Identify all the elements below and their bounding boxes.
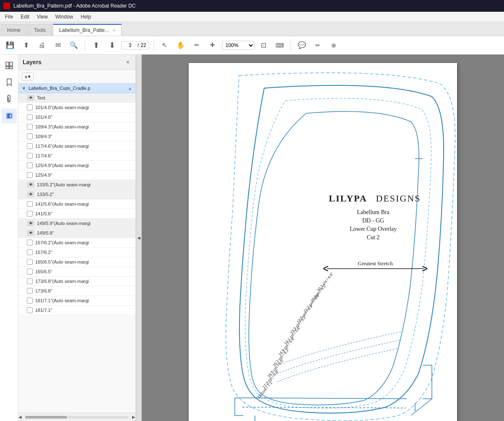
layer-checkbox[interactable] (27, 278, 33, 284)
layers-close-button[interactable]: × (125, 58, 131, 66)
menu-edit[interactable]: Edit (17, 13, 33, 21)
select-tool-button[interactable]: ↖ (158, 39, 171, 52)
layer-checkbox[interactable] (27, 172, 33, 178)
toolbar: 💾 ⬆ 🖨 ✉ 🔍 ⬆ ⬇ / 22 ↖ ✋ − + 100% 75% 125%… (0, 36, 504, 55)
layer-item[interactable]: 109/4.3" (18, 132, 135, 141)
layer-item[interactable]: 165/6.5" (18, 267, 135, 277)
layer-eye-icon[interactable]: 👁 (27, 220, 34, 226)
layer-checkbox[interactable] (27, 249, 33, 255)
layer-checkbox[interactable] (27, 133, 33, 139)
layer-checkbox[interactable] (27, 162, 33, 168)
layer-item-special[interactable]: 👁 133/5.2" (18, 190, 135, 199)
layer-item[interactable]: 125/4.9" (18, 170, 135, 180)
scroll-track (25, 416, 129, 418)
highlight-button[interactable]: ✏ (311, 39, 325, 52)
pdf-viewer[interactable]: LILYPA DESIGNS Labellum Bra DD - GG Lowe… (142, 55, 504, 421)
layer-item[interactable]: 173/6.8" (18, 286, 135, 296)
tab-home[interactable]: Home (1, 24, 27, 36)
layers-options-button[interactable]: ≡ ▾ (22, 73, 34, 81)
scroll-down-button[interactable]: ⬇ (105, 39, 119, 52)
save-button[interactable]: 💾 (3, 39, 17, 52)
zoom-out-button[interactable]: − (190, 39, 203, 52)
layer-checkbox[interactable] (27, 153, 33, 159)
zoom-in-button[interactable]: + (206, 39, 219, 52)
layer-checkbox[interactable] (27, 105, 33, 110)
scroll-left-button[interactable]: ◀ (18, 415, 22, 419)
tab-document[interactable]: Labellum_Bra_Patte... × (53, 24, 122, 36)
layer-checkbox[interactable] (27, 288, 33, 294)
bookmarks-button[interactable] (2, 75, 17, 90)
layer-item-text[interactable]: 👁 Text (18, 93, 135, 103)
read-button[interactable]: ⌨ (273, 39, 286, 52)
search-button[interactable]: 🔍 (67, 39, 81, 52)
layers-button[interactable] (2, 108, 17, 123)
layer-checkbox[interactable] (27, 259, 33, 265)
layer-checkbox[interactable] (27, 298, 33, 303)
layer-checkbox[interactable] (27, 201, 33, 207)
page-input[interactable] (124, 42, 136, 48)
menu-help[interactable]: Help (78, 13, 95, 21)
menu-view[interactable]: View (34, 13, 51, 21)
email-button[interactable]: ✉ (51, 39, 65, 52)
layer-checkbox[interactable] (27, 307, 33, 313)
layer-checkbox[interactable] (27, 240, 33, 246)
tab-close-icon[interactable]: × (113, 28, 115, 33)
layer-group-header[interactable]: ▼ Labellum_Bra_Cups_Cradle.p ▲ (18, 84, 135, 93)
layer-item[interactable]: 157/6.2"(Auto seam-margi (18, 238, 135, 248)
layer-item-special[interactable]: 👁 133/5.2"(Auto seam-margi (18, 180, 135, 190)
comment-button[interactable]: 💬 (295, 39, 309, 52)
page-navigation: / 22 (121, 41, 149, 50)
layer-item[interactable]: 117/4.6" (18, 151, 135, 161)
layer-checkbox[interactable] (27, 211, 33, 217)
layer-item[interactable]: 125/4.9"(Auto seam-margi (18, 161, 135, 170)
zoom-select[interactable]: 100% 75% 125% 150% 200% Fit Page Fit Wid… (222, 41, 255, 50)
layer-checkbox[interactable] (27, 124, 33, 130)
layer-eye-icon[interactable]: 👁 (27, 95, 34, 101)
svg-rect-1 (10, 62, 13, 66)
layer-name: 117/4.6"(Auto seam-margi (35, 144, 89, 149)
layer-eye-icon[interactable]: 👁 (27, 230, 34, 236)
pdf-content-svg: LILYPA DESIGNS Labellum Bra DD - GG Lowe… (189, 63, 457, 421)
layer-eye-icon[interactable]: 👁 (27, 191, 34, 197)
menu-window[interactable]: Window (52, 13, 77, 21)
attachments-button[interactable] (2, 92, 17, 107)
layer-item-special[interactable]: 👁 149/5.9"(Auto seam-margi (18, 219, 135, 228)
layer-item[interactable]: 141/5.6"(Auto seam-margi (18, 199, 135, 209)
tab-tools[interactable]: Tools (28, 24, 52, 36)
layer-checkbox[interactable] (27, 143, 33, 149)
layer-checkbox[interactable] (27, 114, 33, 120)
layer-item[interactable]: 181/7.1"(Auto seam-margi (18, 296, 135, 306)
fit-button[interactable]: ⊡ (257, 39, 270, 52)
layer-item[interactable]: 117/4.6"(Auto seam-margi (18, 141, 135, 151)
bookmarks-icon (5, 78, 13, 86)
svg-text:Lower Cup Overlay: Lower Cup Overlay (350, 226, 397, 232)
layer-item[interactable]: 157/6.2" (18, 248, 135, 257)
page-total: 22 (140, 42, 146, 48)
layer-checkbox[interactable] (27, 269, 33, 275)
layer-item[interactable]: 141/5.6" (18, 209, 135, 219)
layer-item[interactable]: 101/4.0"(Auto seam-margi (18, 103, 135, 112)
layer-item[interactable]: 109/4.3"(Auto seam-margi (18, 122, 135, 132)
layer-item[interactable]: 181/7.1" (18, 306, 135, 315)
page-separator: / (138, 42, 139, 48)
hand-tool-button[interactable]: ✋ (174, 39, 187, 52)
scroll-up-button[interactable]: ⬆ (89, 39, 103, 52)
layers-menu-arrow-icon: ▾ (28, 74, 31, 79)
layers-list[interactable]: ▼ Labellum_Bra_Cups_Cradle.p ▲ 👁 Text 10… (18, 84, 135, 413)
scroll-right-button[interactable]: ▶ (132, 415, 135, 419)
layer-item[interactable]: 165/6.5"(Auto seam-margi (18, 257, 135, 267)
layers-toolbar: ≡ ▾ (18, 70, 135, 84)
layer-eye-icon[interactable]: 👁 (27, 182, 34, 188)
print-button[interactable]: 🖨 (35, 39, 49, 52)
measure-button[interactable]: ⊕ (327, 39, 340, 52)
layer-item[interactable]: 101/4.0" (18, 112, 135, 122)
panel-collapse-handle[interactable]: ◀ (136, 55, 142, 421)
layer-item[interactable]: 173/6.8"(Auto seam-margi (18, 277, 135, 286)
layer-name: 149/5.9"(Auto seam-margi (37, 221, 91, 226)
upload-button[interactable]: ⬆ (19, 39, 33, 52)
menu-file[interactable]: File (2, 13, 16, 21)
layers-scroll-bar[interactable]: ◀ ▶ (18, 413, 135, 421)
layer-item-special[interactable]: 👁 149/5.9" (18, 228, 135, 238)
layer-name: 149/5.9" (37, 230, 54, 235)
page-thumbnails-button[interactable] (2, 58, 17, 73)
